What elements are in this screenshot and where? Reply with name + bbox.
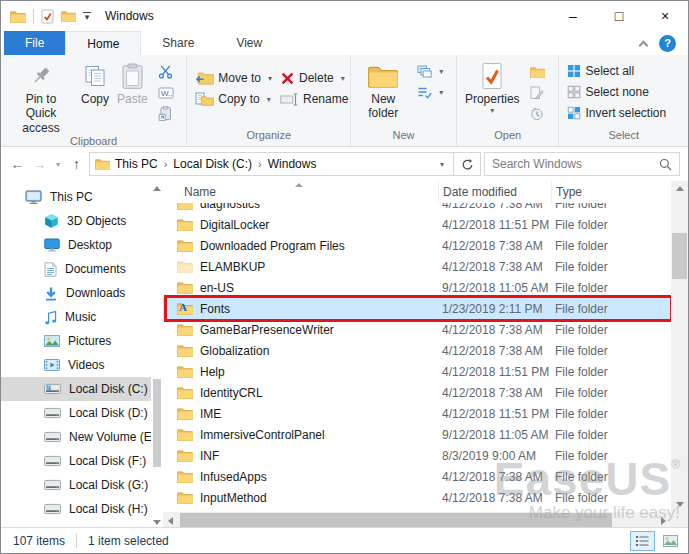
copy-button[interactable]: Copy: [77, 58, 113, 106]
paste-button[interactable]: Paste: [113, 58, 152, 106]
file-row[interactable]: A GameBarPresenceWriter 4/12/2018 7:38 A…: [163, 319, 671, 340]
file-row[interactable]: A Help 4/12/2018 11:51 PM File folder: [163, 361, 671, 382]
search-input[interactable]: [492, 157, 659, 171]
open-button[interactable]: [526, 61, 549, 82]
sidebar-item-3d-objects[interactable]: 3D Objects: [1, 209, 163, 233]
select-none-button[interactable]: Select none: [563, 82, 670, 102]
new-item-button[interactable]: ▾: [413, 61, 447, 82]
file-row[interactable]: A InputMethod 4/12/2018 7:38 AM File fol…: [163, 487, 671, 508]
customize-quick-access-icon[interactable]: ▾: [83, 12, 91, 21]
refresh-button[interactable]: [453, 153, 480, 175]
sidebar-item-local-disk-h[interactable]: Local Disk (H:): [1, 497, 163, 521]
file-row[interactable]: A InfusedApps 4/12/2018 7:38 AM File fol…: [163, 466, 671, 487]
file-name: ImmersiveControlPanel: [200, 428, 325, 442]
sidebar-item-videos[interactable]: Videos: [1, 353, 163, 377]
file-row[interactable]: A IME 4/12/2018 11:51 PM File folder: [163, 403, 671, 424]
file-row[interactable]: A DigitalLocker 4/12/2018 11:51 PM File …: [163, 214, 671, 235]
properties-qat-icon[interactable]: [41, 9, 54, 24]
forward-button[interactable]: →: [30, 156, 49, 172]
file-date-modified: 4/12/2018 11:51 PM: [438, 365, 551, 379]
file-row[interactable]: A ImmersiveControlPanel 9/12/2018 11:05 …: [163, 424, 671, 445]
thumbnails-view-button[interactable]: [658, 531, 683, 551]
rename-button[interactable]: Rename: [276, 89, 352, 109]
details-view-button[interactable]: [630, 531, 655, 551]
properties-button[interactable]: Properties ▾: [461, 58, 524, 115]
breadcrumb-windows[interactable]: Windows: [263, 157, 322, 171]
vertical-scrollbar-thumb[interactable]: [672, 233, 687, 279]
move-to-button[interactable]: Move to ▾: [191, 68, 276, 88]
breadcrumb-local-disk-c[interactable]: Local Disk (C:): [168, 157, 257, 171]
sidebar-item-pictures[interactable]: Pictures: [1, 329, 163, 353]
minimize-button[interactable]: –: [550, 1, 596, 31]
address-box[interactable]: This PC › Local Disk (C:) › Windows ▾: [89, 152, 481, 176]
address-dropdown-icon[interactable]: ▾: [431, 160, 453, 169]
sidebar-item-local-disk-f[interactable]: Local Disk (F:): [1, 449, 163, 473]
back-button[interactable]: ←: [8, 156, 27, 172]
select-all-button[interactable]: Select all: [563, 61, 670, 81]
file-row[interactable]: A Globalization 4/12/2018 7:38 AM File f…: [163, 340, 671, 361]
tab-home[interactable]: Home: [65, 31, 141, 55]
invert-selection-button[interactable]: Invert selection: [563, 103, 670, 123]
recent-locations-button[interactable]: ▾: [52, 160, 64, 169]
close-button[interactable]: ×: [642, 1, 688, 31]
paste-shortcut-button[interactable]: [154, 103, 178, 124]
history-button[interactable]: [526, 103, 549, 124]
item-count: 107 items: [13, 534, 65, 548]
file-row[interactable]: A Fonts 1/23/2019 2:11 PM File folder: [163, 298, 671, 319]
sidebar-item-local-disk-g[interactable]: Local Disk (G:): [1, 473, 163, 497]
up-button[interactable]: ↑: [67, 156, 86, 172]
scroll-up-icon[interactable]: [151, 181, 163, 195]
delete-button[interactable]: Delete ▾: [276, 68, 352, 88]
copy-to-button[interactable]: Copy to ▾: [191, 89, 276, 109]
pin-to-quick-access-button[interactable]: Pin to Quick access: [5, 58, 77, 135]
file-row[interactable]: A Downloaded Program Files 4/12/2018 7:3…: [163, 235, 671, 256]
cut-button[interactable]: [154, 61, 178, 82]
tab-share[interactable]: Share: [141, 31, 215, 55]
file-row[interactable]: A ELAMBKUP 4/12/2018 7:38 AM File folder: [163, 256, 671, 277]
column-header-date-modified[interactable]: Date modified: [438, 181, 551, 203]
tab-view[interactable]: View: [215, 31, 283, 55]
folder-qat-icon[interactable]: [61, 10, 76, 22]
copy-path-button[interactable]: W..: [154, 82, 178, 103]
selected-count: 1 item selected: [88, 534, 169, 548]
rename-icon: [280, 93, 299, 106]
column-header-type[interactable]: Type: [551, 181, 671, 203]
download-icon: [44, 286, 58, 301]
file-name: en-US: [200, 281, 234, 295]
easy-access-button[interactable]: ▾: [413, 82, 447, 103]
help-button[interactable]: ?: [659, 35, 676, 52]
file-date-modified: 4/12/2018 7:38 AM: [438, 344, 551, 358]
sidebar-item-label: New Volume (E:): [69, 430, 159, 444]
sidebar-item-local-disk-c[interactable]: Local Disk (C:): [1, 377, 163, 401]
scroll-up-icon[interactable]: [671, 181, 688, 196]
quick-access-toolbar: ▾: [1, 9, 91, 24]
sidebar-item-documents[interactable]: Documents: [1, 257, 163, 281]
sidebar-item-downloads[interactable]: Downloads: [1, 281, 163, 305]
file-type: File folder: [551, 470, 671, 484]
scroll-down-icon[interactable]: [671, 497, 688, 512]
sidebar-item-desktop[interactable]: Desktop: [1, 233, 163, 257]
edit-button[interactable]: [526, 82, 549, 103]
file-row[interactable]: A en-US 9/12/2018 11:05 AM File folder: [163, 277, 671, 298]
new-folder-button[interactable]: New folder: [355, 58, 411, 121]
sidebar-item-music[interactable]: Music: [1, 305, 163, 329]
sidebar-item-local-disk-d[interactable]: Local Disk (D:): [1, 401, 163, 425]
sidebar-scrollbar[interactable]: [151, 181, 163, 529]
sidebar-item-this-pc[interactable]: This PC: [1, 185, 163, 209]
select-none-icon: [567, 85, 581, 99]
maximize-button[interactable]: □: [596, 1, 642, 31]
ribbon-group-open: Properties ▾ Open: [457, 55, 560, 146]
breadcrumb-this-pc[interactable]: This PC: [110, 157, 163, 171]
file-row[interactable]: A IdentityCRL 4/12/2018 7:38 AM File fol…: [163, 382, 671, 403]
navigation-pane: This PC3D ObjectsDesktopDocumentsDownloa…: [1, 181, 163, 529]
column-header-name[interactable]: Name: [163, 181, 438, 203]
collapse-ribbon-icon[interactable]: [639, 40, 649, 50]
horizontal-scrollbar-thumb[interactable]: [180, 513, 612, 528]
sidebar-item-new-volume-e[interactable]: New Volume (E:): [1, 425, 163, 449]
sidebar-scrollbar-thumb[interactable]: [153, 379, 161, 467]
file-name: Fonts: [200, 302, 230, 316]
fonts-letter-glyph: A: [179, 302, 187, 314]
file-row[interactable]: A INF 8/3/2019 9:00 AM File folder: [163, 445, 671, 466]
tab-file[interactable]: File: [4, 31, 65, 55]
vertical-scrollbar[interactable]: [671, 181, 688, 512]
